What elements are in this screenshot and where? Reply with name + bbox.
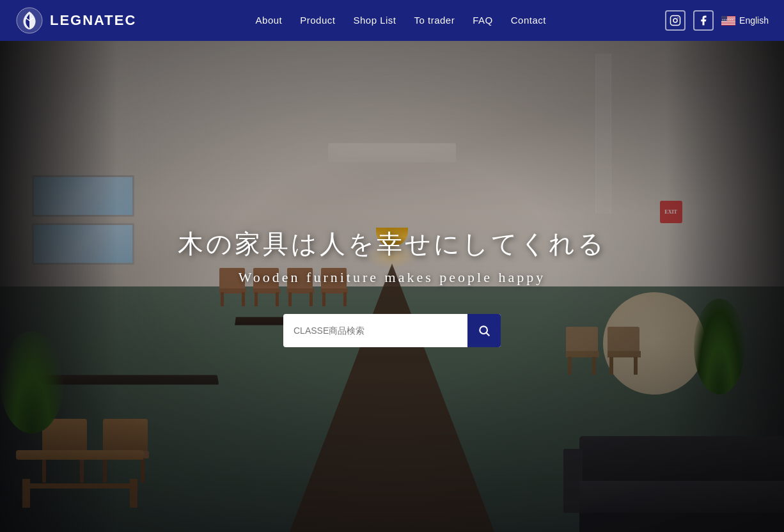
hero-title-japanese: 木の家具は人を幸せにしてくれる <box>178 226 606 262</box>
hero-content: 木の家具は人を幸せにしてくれる Wooden furniture makes p… <box>0 0 784 532</box>
nav-faq[interactable]: FAQ <box>473 15 493 26</box>
nav-links: About Product Shop List To trader FAQ Co… <box>256 15 546 26</box>
flag-icon: ★★★★★★ <box>721 16 735 26</box>
language-label: English <box>739 15 769 26</box>
nav-to-trader[interactable]: To trader <box>414 15 455 26</box>
search-bar <box>283 314 501 347</box>
search-icon <box>478 324 490 337</box>
language-selector[interactable]: ★★★★★★ English <box>721 15 769 26</box>
nav-product[interactable]: Product <box>300 15 335 26</box>
svg-point-13 <box>480 326 487 334</box>
hero-section: EXIT 木の家具は人を幸せにしてくれる Wooden furniture ma… <box>0 0 784 532</box>
svg-rect-1 <box>671 16 680 26</box>
nav-contact[interactable]: Contact <box>511 15 546 26</box>
svg-point-3 <box>677 17 678 19</box>
svg-rect-10 <box>721 24 735 24</box>
svg-line-14 <box>487 332 490 336</box>
instagram-icon[interactable] <box>665 10 686 31</box>
navbar: LEGNATEC About Product Shop List To trad… <box>0 0 784 41</box>
brand-logo-link[interactable]: LEGNATEC <box>15 6 136 35</box>
brand-name: LEGNATEC <box>50 12 136 29</box>
svg-rect-9 <box>721 22 735 23</box>
nav-social-icons: ★★★★★★ English <box>665 10 769 31</box>
nav-shop-list[interactable]: Shop List <box>353 15 396 26</box>
search-button[interactable] <box>467 314 501 347</box>
facebook-icon[interactable] <box>693 10 714 31</box>
hero-title-english: Wooden furniture makes people happy <box>239 269 545 286</box>
nav-about[interactable]: About <box>256 15 283 26</box>
svg-rect-8 <box>721 21 735 22</box>
brand-logo-icon <box>15 6 43 35</box>
svg-text:★★★★★★: ★★★★★★ <box>722 19 733 21</box>
svg-point-2 <box>673 19 677 22</box>
search-input[interactable] <box>283 314 467 347</box>
